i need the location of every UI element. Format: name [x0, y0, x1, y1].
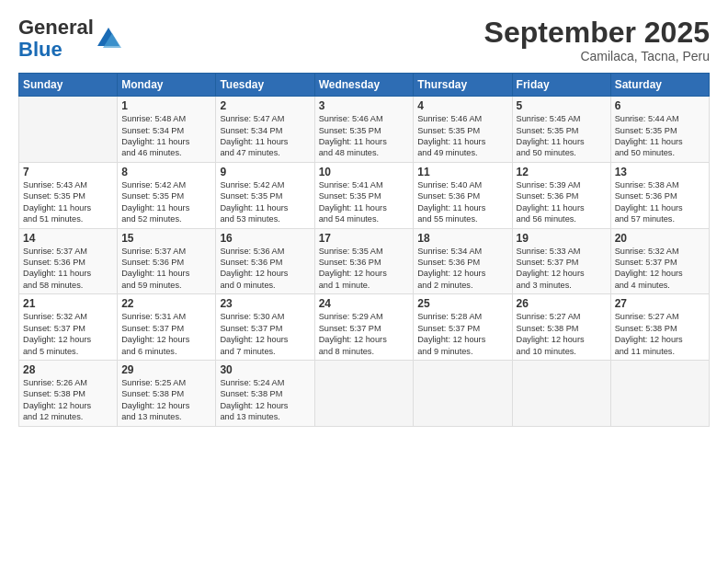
calendar-cell: 9Sunrise: 5:42 AM Sunset: 5:35 PM Daylig…: [216, 162, 314, 228]
calendar-cell: 27Sunrise: 5:27 AM Sunset: 5:38 PM Dayli…: [610, 294, 709, 361]
day-number: 27: [615, 297, 705, 310]
cell-info: Sunrise: 5:42 AM Sunset: 5:35 PM Dayligh…: [121, 179, 211, 225]
calendar-cell: 24Sunrise: 5:29 AM Sunset: 5:37 PM Dayli…: [314, 294, 414, 361]
cell-info: Sunrise: 5:26 AM Sunset: 5:38 PM Dayligh…: [23, 377, 113, 423]
day-number: 9: [220, 166, 310, 178]
day-number: 29: [121, 363, 211, 376]
calendar-cell: 13Sunrise: 5:38 AM Sunset: 5:36 PM Dayli…: [610, 162, 709, 228]
cell-info: Sunrise: 5:34 AM Sunset: 5:36 PM Dayligh…: [417, 246, 507, 292]
calendar-cell: 8Sunrise: 5:42 AM Sunset: 5:35 PM Daylig…: [118, 162, 216, 228]
cell-info: Sunrise: 5:44 AM Sunset: 5:35 PM Dayligh…: [615, 113, 705, 159]
cell-info: Sunrise: 5:46 AM Sunset: 5:35 PM Dayligh…: [417, 113, 507, 159]
day-number: 2: [220, 99, 310, 112]
logo-icon: [96, 26, 121, 52]
calendar-cell: 3Sunrise: 5:46 AM Sunset: 5:35 PM Daylig…: [314, 97, 414, 163]
day-number: 15: [121, 232, 211, 245]
calendar-cell: 4Sunrise: 5:46 AM Sunset: 5:35 PM Daylig…: [414, 97, 512, 163]
calendar-cell: 23Sunrise: 5:30 AM Sunset: 5:37 PM Dayli…: [216, 294, 314, 361]
calendar-cell: 1Sunrise: 5:48 AM Sunset: 5:34 PM Daylig…: [118, 97, 216, 163]
col-saturday: Saturday: [610, 74, 709, 97]
logo-text: General Blue: [18, 17, 94, 61]
day-number: 19: [517, 232, 607, 245]
calendar-cell: 20Sunrise: 5:32 AM Sunset: 5:37 PM Dayli…: [610, 228, 709, 294]
day-number: 10: [319, 166, 410, 178]
cell-info: Sunrise: 5:25 AM Sunset: 5:38 PM Dayligh…: [121, 377, 211, 423]
week-row-2: 7Sunrise: 5:43 AM Sunset: 5:35 PM Daylig…: [19, 162, 710, 228]
day-number: 20: [615, 232, 705, 245]
cell-info: Sunrise: 5:47 AM Sunset: 5:34 PM Dayligh…: [220, 113, 310, 159]
cell-info: Sunrise: 5:29 AM Sunset: 5:37 PM Dayligh…: [319, 311, 410, 357]
day-number: 11: [417, 166, 507, 178]
calendar-cell: [610, 360, 709, 426]
day-number: 22: [121, 297, 211, 310]
day-number: 21: [23, 297, 113, 310]
calendar-cell: 30Sunrise: 5:24 AM Sunset: 5:38 PM Dayli…: [216, 360, 314, 426]
cell-info: Sunrise: 5:45 AM Sunset: 5:35 PM Dayligh…: [517, 113, 607, 159]
calendar-cell: 25Sunrise: 5:28 AM Sunset: 5:37 PM Dayli…: [414, 294, 512, 361]
day-number: 13: [615, 166, 705, 178]
cell-info: Sunrise: 5:42 AM Sunset: 5:35 PM Dayligh…: [220, 179, 310, 225]
cell-info: Sunrise: 5:30 AM Sunset: 5:37 PM Dayligh…: [220, 311, 310, 357]
cell-info: Sunrise: 5:24 AM Sunset: 5:38 PM Dayligh…: [220, 377, 310, 423]
week-row-4: 21Sunrise: 5:32 AM Sunset: 5:37 PM Dayli…: [19, 294, 710, 361]
cell-info: Sunrise: 5:36 AM Sunset: 5:36 PM Dayligh…: [220, 246, 310, 292]
day-number: 5: [517, 99, 607, 112]
calendar-cell: 5Sunrise: 5:45 AM Sunset: 5:35 PM Daylig…: [512, 97, 610, 163]
calendar-cell: 18Sunrise: 5:34 AM Sunset: 5:36 PM Dayli…: [414, 228, 512, 294]
calendar-cell: 12Sunrise: 5:39 AM Sunset: 5:36 PM Dayli…: [512, 162, 610, 228]
cell-info: Sunrise: 5:40 AM Sunset: 5:36 PM Dayligh…: [417, 179, 507, 225]
cell-info: Sunrise: 5:38 AM Sunset: 5:36 PM Dayligh…: [615, 179, 705, 225]
col-wednesday: Wednesday: [314, 74, 414, 97]
calendar-cell: [414, 360, 512, 426]
cell-info: Sunrise: 5:37 AM Sunset: 5:36 PM Dayligh…: [23, 246, 113, 292]
title-block: September 2025 Camilaca, Tacna, Peru: [484, 17, 710, 63]
logo-general: General: [18, 16, 94, 39]
col-monday: Monday: [118, 74, 216, 97]
logo-blue: Blue: [18, 38, 63, 61]
day-number: 7: [23, 166, 113, 178]
cell-info: Sunrise: 5:27 AM Sunset: 5:38 PM Dayligh…: [517, 311, 607, 357]
calendar-cell: 16Sunrise: 5:36 AM Sunset: 5:36 PM Dayli…: [216, 228, 314, 294]
header-row: Sunday Monday Tuesday Wednesday Thursday…: [19, 74, 710, 97]
day-number: 23: [220, 297, 310, 310]
calendar-cell: 14Sunrise: 5:37 AM Sunset: 5:36 PM Dayli…: [19, 228, 118, 294]
week-row-1: 1Sunrise: 5:48 AM Sunset: 5:34 PM Daylig…: [19, 97, 710, 163]
calendar-cell: [512, 360, 610, 426]
calendar-cell: 2Sunrise: 5:47 AM Sunset: 5:34 PM Daylig…: [216, 97, 314, 163]
calendar-cell: 17Sunrise: 5:35 AM Sunset: 5:36 PM Dayli…: [314, 228, 414, 294]
day-number: 18: [417, 232, 507, 245]
day-number: 28: [23, 363, 113, 376]
week-row-3: 14Sunrise: 5:37 AM Sunset: 5:36 PM Dayli…: [19, 228, 710, 294]
col-friday: Friday: [512, 74, 610, 97]
cell-info: Sunrise: 5:35 AM Sunset: 5:36 PM Dayligh…: [319, 246, 410, 292]
header: General Blue September 2025 Camilaca, Ta…: [18, 17, 710, 63]
day-number: 6: [615, 99, 705, 112]
cell-info: Sunrise: 5:27 AM Sunset: 5:38 PM Dayligh…: [615, 311, 705, 357]
calendar-cell: 6Sunrise: 5:44 AM Sunset: 5:35 PM Daylig…: [610, 97, 709, 163]
cell-info: Sunrise: 5:32 AM Sunset: 5:37 PM Dayligh…: [23, 311, 113, 357]
cell-info: Sunrise: 5:39 AM Sunset: 5:36 PM Dayligh…: [517, 179, 607, 225]
day-number: 26: [517, 297, 607, 310]
calendar-cell: 29Sunrise: 5:25 AM Sunset: 5:38 PM Dayli…: [118, 360, 216, 426]
calendar-cell: 11Sunrise: 5:40 AM Sunset: 5:36 PM Dayli…: [414, 162, 512, 228]
subtitle: Camilaca, Tacna, Peru: [484, 49, 710, 63]
day-number: 8: [121, 166, 211, 178]
day-number: 4: [417, 99, 507, 112]
calendar-cell: [19, 97, 118, 163]
calendar-cell: 26Sunrise: 5:27 AM Sunset: 5:38 PM Dayli…: [512, 294, 610, 361]
day-number: 3: [319, 99, 410, 112]
calendar-cell: 28Sunrise: 5:26 AM Sunset: 5:38 PM Dayli…: [19, 360, 118, 426]
col-tuesday: Tuesday: [216, 74, 314, 97]
cell-info: Sunrise: 5:48 AM Sunset: 5:34 PM Dayligh…: [121, 113, 211, 159]
calendar-cell: 21Sunrise: 5:32 AM Sunset: 5:37 PM Dayli…: [19, 294, 118, 361]
day-number: 16: [220, 232, 310, 245]
cell-info: Sunrise: 5:43 AM Sunset: 5:35 PM Dayligh…: [23, 179, 113, 225]
calendar-cell: 19Sunrise: 5:33 AM Sunset: 5:37 PM Dayli…: [512, 228, 610, 294]
calendar-cell: 22Sunrise: 5:31 AM Sunset: 5:37 PM Dayli…: [118, 294, 216, 361]
day-number: 14: [23, 232, 113, 245]
calendar-cell: [314, 360, 414, 426]
day-number: 12: [517, 166, 607, 178]
cell-info: Sunrise: 5:31 AM Sunset: 5:37 PM Dayligh…: [121, 311, 211, 357]
col-thursday: Thursday: [414, 74, 512, 97]
cell-info: Sunrise: 5:28 AM Sunset: 5:37 PM Dayligh…: [417, 311, 507, 357]
